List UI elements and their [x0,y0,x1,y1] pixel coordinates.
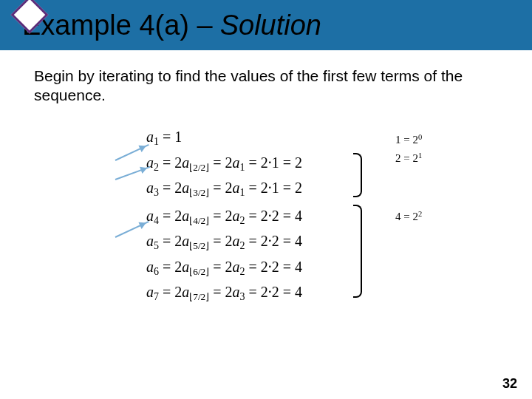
arrow-icon [115,166,151,180]
eq-7: a7 = 2a⌊7/2⌋ = 2a3 = 2·2 = 4 [146,284,486,302]
annotation-2: 2 = 21 [395,151,422,165]
brace-1-icon [353,153,362,197]
annotation-3: 4 = 22 [395,210,422,223]
arrow-icon [115,144,149,161]
title-prefix: Example 4(a) – [22,10,213,41]
eq-2: a2 = 2a⌊2/2⌋ = 2a1 = 2·1 = 2 [146,155,486,173]
page-number: 32 [502,376,517,392]
eq-1: a1 = 1 [146,129,486,147]
slide-header: Example 4(a) – Solution [0,0,532,50]
title-italic: Solution [220,10,321,41]
eq-3: a3 = 2a⌊3/2⌋ = 2a1 = 2·1 = 2 [146,180,486,198]
intro-text: Begin by iterating to find the values of… [34,66,510,106]
eq-4: a4 = 2a⌊4/2⌋ = 2a2 = 2·2 = 4 [146,208,486,226]
body-area: Begin by iterating to find the values of… [0,50,532,106]
arrow-icon [115,221,149,238]
annotation-1: 1 = 20 [395,133,422,146]
eq-5: a5 = 2a⌊5/2⌋ = 2a2 = 2·2 = 4 [146,233,486,251]
brace-2-icon [353,205,362,298]
equations-block: a1 = 1 a2 = 2a⌊2/2⌋ = 2a1 = 2·1 = 2 a3 =… [146,129,486,310]
eq-6: a6 = 2a⌊6/2⌋ = 2a2 = 2·2 = 4 [146,259,486,277]
